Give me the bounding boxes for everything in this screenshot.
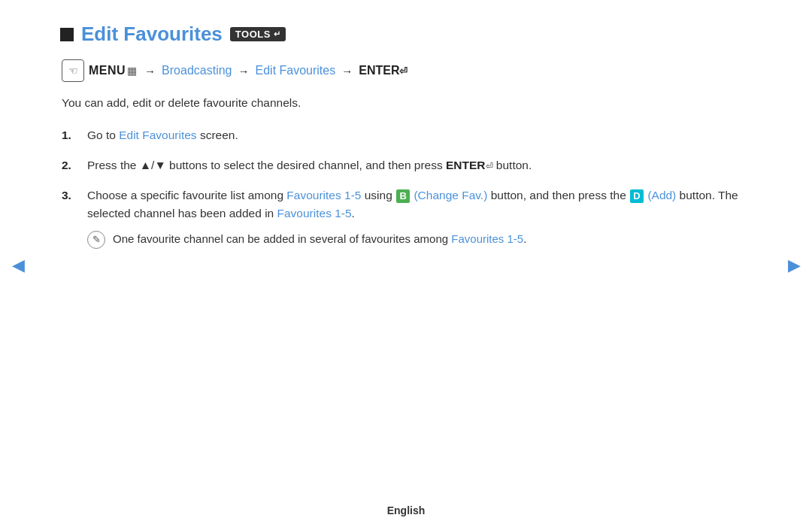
step-3-p2-end: . (352, 207, 355, 220)
breadcrumb-arrow-1: → (144, 65, 156, 77)
nav-arrow-left[interactable] (8, 255, 29, 276)
step-1-text-before: Go to (87, 129, 119, 141)
title-row: Edit Favourites TOOLS↵ (60, 23, 752, 46)
note-text-before: One favourite channel can be added in se… (113, 232, 451, 245)
step-3-number: 3. (62, 186, 78, 204)
footer-language: English (387, 504, 426, 516)
step-3: 3. Choose a specific favourite list amon… (62, 186, 752, 249)
enter-icon-2: ⏎ (486, 161, 493, 171)
step-1-number: 1. (62, 126, 78, 144)
step-1-text-after: screen. (197, 129, 238, 141)
title-square-icon (60, 28, 74, 41)
step-1: 1. Go to Edit Favourites screen. (62, 126, 752, 144)
enter-label: ENTER (359, 64, 399, 77)
step-2-text-after: button. (493, 159, 532, 171)
green-badge-b: B (396, 189, 410, 203)
note-link: Favourites 1-5 (451, 232, 523, 245)
cyan-badge-d: D (630, 189, 644, 203)
step-3-link1: Favourites 1-5 (286, 189, 361, 201)
nav-arrow-right[interactable] (783, 255, 804, 276)
page-title: Edit Favourites (81, 23, 223, 46)
step-2-text-before: Press the ▲/▼ buttons to select the desi… (87, 159, 446, 171)
breadcrumb-row: ☜ MENU ▦ → Broadcasting → Edit Favourite… (62, 59, 752, 82)
breadcrumb-enter: ENTER⏎ (359, 64, 408, 77)
breadcrumb-broadcasting: Broadcasting (162, 64, 232, 77)
tools-badge: TOOLS↵ (230, 27, 286, 41)
menu-icon-box: ☜ (62, 59, 84, 82)
step-3-p1-end: button, and then press the (487, 189, 629, 201)
breadcrumb-arrow-3: → (341, 65, 353, 77)
page-container: Edit Favourites TOOLS↵ ☜ MENU ▦ → Broadc… (0, 0, 812, 530)
step-3-p1-before: Choose a specific favourite list among (87, 189, 286, 201)
menu-hand-icon: ☜ (68, 65, 78, 77)
breadcrumb-edit-favourites: Edit Favourites (256, 64, 336, 77)
note-icon: ✎ (87, 231, 105, 249)
step-2-bold: ENTER (446, 159, 486, 171)
step-3-link2: (Change Fav.) (414, 189, 487, 201)
tools-label: TOOLS (235, 29, 271, 40)
step-3-content: Choose a specific favourite list among F… (87, 186, 752, 249)
step-3-link3: (Add) (647, 189, 676, 201)
note-item: ✎ One favourite channel can be added in … (87, 230, 752, 249)
description-text: You can add, edit or delete favourite ch… (62, 94, 752, 111)
tools-icon: ↵ (274, 29, 281, 39)
step-1-link: Edit Favourites (119, 129, 196, 141)
note-text-after: . (523, 232, 526, 245)
step-2-content: Press the ▲/▼ buttons to select the desi… (87, 156, 752, 174)
step-3-p1-mid: using (361, 189, 395, 201)
steps-list: 1. Go to Edit Favourites screen. 2. Pres… (62, 126, 752, 249)
breadcrumb-menu: MENU (89, 64, 126, 77)
footer: English (0, 504, 812, 516)
step-3-link4: Favourites 1-5 (277, 207, 352, 220)
step-1-content: Go to Edit Favourites screen. (87, 126, 752, 144)
enter-icon: ⏎ (399, 65, 408, 77)
note-content: One favourite channel can be added in se… (113, 230, 752, 247)
step-2: 2. Press the ▲/▼ buttons to select the d… (62, 156, 752, 174)
breadcrumb-arrow-2: → (238, 65, 250, 77)
step-2-number: 2. (62, 156, 78, 174)
